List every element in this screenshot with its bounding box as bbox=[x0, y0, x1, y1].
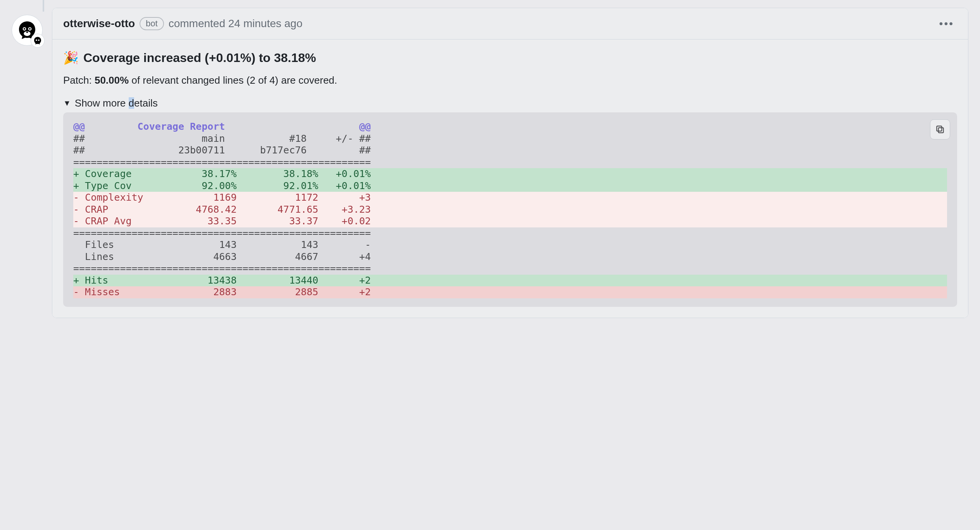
avatar-mini bbox=[31, 34, 45, 48]
coverage-title: 🎉 Coverage increased (+0.01%) to 38.18% bbox=[63, 50, 957, 65]
triangle-down-icon: ▼ bbox=[63, 99, 71, 108]
svg-rect-9 bbox=[937, 126, 942, 131]
copy-button[interactable] bbox=[930, 119, 950, 139]
comment-author[interactable]: otterwise-otto bbox=[63, 17, 135, 30]
coverage-title-text: Coverage increased (+0.01%) to 38.18% bbox=[83, 51, 316, 65]
show-more-toggle[interactable]: ▼ Show more details bbox=[63, 97, 957, 109]
timeline-connector bbox=[43, 0, 44, 12]
avatar[interactable] bbox=[12, 15, 43, 46]
svg-point-7 bbox=[38, 40, 40, 41]
kebab-menu-icon[interactable]: ••• bbox=[936, 16, 957, 31]
svg-point-6 bbox=[36, 40, 37, 41]
comment-body: 🎉 Coverage increased (+0.01%) to 38.18% … bbox=[52, 40, 968, 318]
comment-action: commented 24 minutes ago bbox=[169, 17, 303, 30]
comment-timestamp[interactable]: 24 minutes ago bbox=[228, 17, 302, 29]
svg-point-5 bbox=[26, 32, 28, 33]
party-popper-icon: 🎉 bbox=[63, 50, 79, 65]
patch-summary: Patch: 50.00% of relevant changed lines … bbox=[63, 74, 957, 86]
coverage-report-pre: @@ Coverage Report @@ ## main #18 +/- ##… bbox=[73, 121, 947, 298]
svg-rect-8 bbox=[939, 128, 944, 133]
svg-point-3 bbox=[29, 28, 31, 29]
svg-point-1 bbox=[24, 28, 25, 29]
coverage-report-block: @@ Coverage Report @@ ## main #18 +/- ##… bbox=[63, 112, 957, 307]
bot-badge: bot bbox=[140, 17, 164, 30]
show-more-label: Show more details bbox=[75, 97, 158, 109]
comment-box: otterwise-otto bot commented 24 minutes … bbox=[52, 8, 968, 318]
comment-header: otterwise-otto bot commented 24 minutes … bbox=[52, 8, 968, 40]
copy-icon bbox=[935, 124, 945, 134]
otter-mini-icon bbox=[33, 36, 42, 45]
